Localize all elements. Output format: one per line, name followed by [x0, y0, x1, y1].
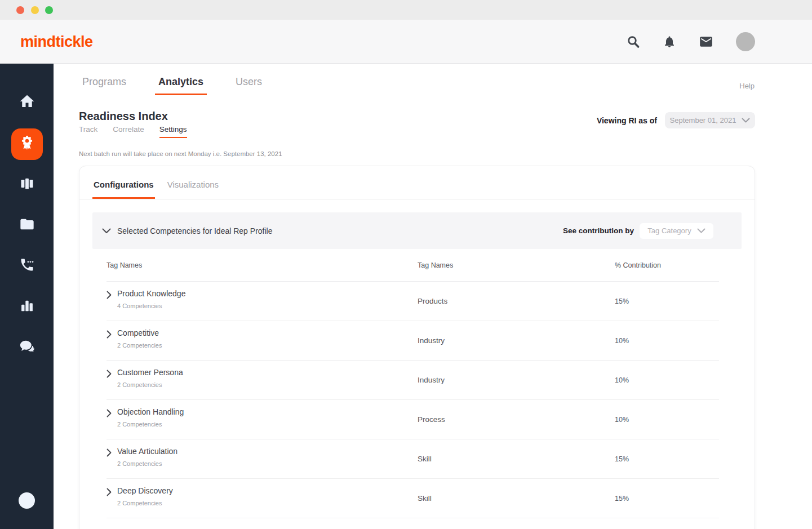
- column-header-contribution: % Contribution: [615, 261, 719, 269]
- competencies-table: Tag Names Tag Names % Contribution Produ…: [107, 249, 719, 518]
- tab-configurations[interactable]: Configurations: [92, 180, 155, 199]
- expand-row-icon[interactable]: [107, 488, 112, 496]
- tab-programs[interactable]: Programs: [79, 76, 130, 95]
- contribution-percent: 15%: [615, 455, 719, 463]
- competency-count: 2 Competencies: [117, 342, 162, 349]
- table-row[interactable]: Product Knowledge 4 Competencies Product…: [107, 282, 719, 321]
- search-icon[interactable]: [627, 35, 640, 48]
- window-close-button[interactable]: [16, 6, 24, 14]
- expand-row-icon[interactable]: [107, 291, 112, 299]
- window-titlebar: [0, 0, 812, 20]
- tag-category-value: Products: [418, 297, 615, 305]
- contribution-percent: 10%: [615, 337, 719, 345]
- contribution-percent: 10%: [615, 376, 719, 384]
- folder-icon: [19, 216, 35, 234]
- competency-count: 4 Competencies: [117, 303, 185, 309]
- tab-visualizations[interactable]: Visualizations: [166, 180, 220, 199]
- tag-category-value: Industry: [418, 336, 615, 345]
- competency-count: 2 Competencies: [117, 381, 183, 388]
- expand-row-icon[interactable]: [107, 448, 112, 457]
- subtab-settings[interactable]: Settings: [159, 125, 187, 138]
- tag-category-value: Industry: [418, 376, 615, 384]
- competency-count: 2 Competencies: [117, 460, 178, 467]
- table-row[interactable]: Value Articulation 2 Competencies Skill …: [107, 439, 719, 479]
- competency-name: Deep Discovery: [117, 486, 173, 495]
- table-row[interactable]: Deep Discovery 2 Competencies Skill 15%: [107, 479, 719, 518]
- expand-row-icon[interactable]: [107, 330, 112, 339]
- main-content: Programs Analytics Users Help Readiness …: [54, 64, 812, 529]
- ri-date-value: September 01, 2021: [670, 116, 736, 125]
- tag-category-value: Skill: [418, 494, 615, 503]
- expand-row-icon[interactable]: [107, 409, 112, 417]
- sidebar-item-coaching[interactable]: [11, 332, 43, 364]
- batch-run-note: Next batch run will take place on next M…: [79, 150, 282, 157]
- contribution-percent: 15%: [615, 297, 719, 305]
- sidebar-item-calls[interactable]: [11, 250, 43, 282]
- column-header-tag-names-2: Tag Names: [418, 261, 615, 269]
- competency-name: Product Knowledge: [117, 289, 185, 298]
- table-header-row: Tag Names Tag Names % Contribution: [107, 249, 719, 282]
- sidebar-item-library[interactable]: [11, 210, 43, 241]
- table-body: Product Knowledge 4 Competencies Product…: [107, 282, 719, 518]
- columns-icon: [19, 176, 35, 194]
- contribution-percent: 15%: [615, 495, 719, 503]
- primary-nav: Programs Analytics Users: [79, 76, 265, 95]
- user-avatar[interactable]: [736, 32, 755, 51]
- settings-card: Configurations Visualizations Selected C…: [79, 166, 755, 529]
- help-bubble[interactable]: [19, 492, 35, 509]
- bar-chart-icon: [19, 298, 35, 316]
- tag-category-value: Process: [418, 415, 615, 424]
- table-row[interactable]: Customer Persona 2 Competencies Industry…: [107, 361, 719, 400]
- viewing-ri-control: Viewing RI as of September 01, 2021: [597, 112, 755, 128]
- card-tabs: Configurations Visualizations: [79, 166, 755, 199]
- mindtickle-logo[interactable]: mindtickle: [20, 33, 93, 51]
- expand-row-icon[interactable]: [107, 370, 112, 378]
- tag-category-dropdown[interactable]: Tag Category: [640, 223, 713, 239]
- subtab-track[interactable]: Track: [79, 125, 97, 138]
- home-icon: [19, 93, 36, 112]
- notifications-bell-icon[interactable]: [663, 35, 676, 48]
- mail-icon[interactable]: [699, 34, 713, 49]
- table-row[interactable]: Objection Handling 2 Competencies Proces…: [107, 400, 719, 439]
- competencies-section-header: Selected Competencies for Ideal Rep Prof…: [92, 212, 742, 249]
- sidebar-item-analytics[interactable]: [11, 291, 43, 323]
- competency-name: Customer Persona: [117, 368, 183, 377]
- ri-date-dropdown[interactable]: September 01, 2021: [665, 112, 755, 128]
- viewing-ri-label: Viewing RI as of: [597, 116, 657, 125]
- medal-icon: [18, 134, 36, 154]
- page-title: Readiness Index: [79, 110, 168, 123]
- competency-name: Value Articulation: [117, 447, 178, 456]
- chevron-down-icon: [742, 116, 750, 125]
- tab-users[interactable]: Users: [232, 76, 265, 95]
- competency-count: 2 Competencies: [117, 421, 184, 428]
- contribution-by-label: See contribution by: [563, 226, 634, 235]
- subtab-correlate[interactable]: Correlate: [113, 125, 144, 138]
- collapse-section-icon[interactable]: [102, 226, 111, 236]
- competency-name: Objection Handling: [117, 407, 184, 416]
- contribution-percent: 10%: [615, 416, 719, 424]
- app-header: mindtickle: [0, 20, 812, 64]
- section-title: Selected Competencies for Ideal Rep Prof…: [117, 226, 272, 235]
- phone-call-icon: [19, 257, 35, 275]
- competency-count: 2 Competencies: [117, 500, 173, 506]
- tag-category-value: Tag Category: [647, 226, 691, 235]
- sidebar-item-readiness[interactable]: [11, 128, 43, 160]
- main-sidebar: [0, 64, 54, 529]
- window-minimize-button[interactable]: [31, 6, 39, 14]
- tag-category-value: Skill: [418, 455, 615, 463]
- readiness-subtabs: Track Correlate Settings: [79, 125, 187, 138]
- sidebar-item-modules[interactable]: [11, 169, 43, 201]
- table-row[interactable]: Competitive 2 Competencies Industry 10%: [107, 321, 719, 361]
- chat-bubbles-icon: [19, 339, 36, 358]
- chevron-down-icon: [697, 226, 705, 235]
- sidebar-item-home[interactable]: [11, 87, 43, 118]
- window-maximize-button[interactable]: [45, 6, 53, 14]
- column-header-tag-names: Tag Names: [107, 261, 418, 269]
- tab-analytics[interactable]: Analytics: [155, 76, 207, 95]
- help-link[interactable]: Help: [739, 82, 755, 90]
- competency-name: Competitive: [117, 328, 162, 337]
